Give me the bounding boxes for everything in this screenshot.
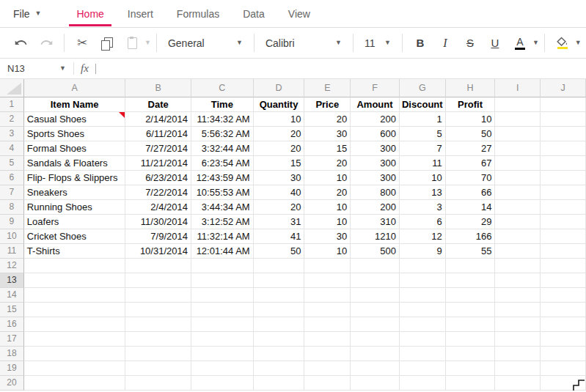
cell-A19[interactable]	[24, 361, 125, 376]
cell-F11[interactable]: 500	[351, 244, 400, 259]
menu-file[interactable]: File ▼	[13, 0, 48, 27]
cell-F9[interactable]: 310	[351, 215, 400, 229]
cell-J4[interactable]	[541, 141, 586, 156]
cell-C15[interactable]	[191, 303, 254, 317]
cell-A3[interactable]: Sports Shoes	[24, 127, 125, 141]
cell-D8[interactable]: 20	[254, 200, 305, 215]
cell-F7[interactable]: 800	[351, 185, 400, 200]
cell-A15[interactable]	[24, 303, 125, 317]
cell-D10[interactable]: 41	[254, 229, 305, 244]
cell-A5[interactable]: Sandals & Floaters	[24, 156, 125, 171]
underline-button[interactable]: U	[485, 32, 505, 54]
cell-E2[interactable]: 20	[304, 112, 351, 127]
cell-H5[interactable]: 67	[446, 156, 496, 171]
redo-button[interactable]	[35, 32, 57, 54]
row-header-17[interactable]: 17	[0, 332, 24, 347]
font-family-dropdown[interactable]: Calibri ▼	[260, 32, 348, 54]
cell-D19[interactable]	[254, 361, 305, 376]
cell-G17[interactable]	[400, 332, 446, 347]
tab-formulas[interactable]: Formulas	[165, 0, 231, 27]
cell-D12[interactable]	[254, 259, 305, 273]
cell-I11[interactable]	[495, 244, 541, 259]
name-box[interactable]: N13 ▼	[0, 63, 73, 74]
cell-E20[interactable]	[304, 376, 351, 391]
cell-I16[interactable]	[495, 317, 541, 332]
cell-B6[interactable]: 6/23/2014	[125, 171, 191, 185]
font-size-dropdown[interactable]: 11 ▼	[359, 32, 397, 54]
cell-A2[interactable]: Casual Shoes	[24, 112, 125, 127]
cell-G14[interactable]	[400, 288, 446, 303]
cell-C13[interactable]	[191, 273, 254, 288]
cell-F5[interactable]: 300	[351, 156, 400, 171]
select-all-corner[interactable]	[0, 79, 24, 97]
cell-D4[interactable]: 20	[254, 141, 305, 156]
cell-F8[interactable]: 200	[351, 200, 400, 215]
cell-J9[interactable]	[541, 215, 586, 229]
cell-F3[interactable]: 600	[351, 127, 400, 141]
cell-A10[interactable]: Cricket Shoes	[24, 229, 125, 244]
tab-data[interactable]: Data	[231, 0, 276, 27]
cell-F2[interactable]: 200	[351, 112, 400, 127]
cell-F13[interactable]	[351, 273, 400, 288]
cell-A16[interactable]	[24, 317, 125, 332]
cell-A8[interactable]: Running Shoes	[24, 200, 125, 215]
cell-H2[interactable]: 10	[446, 112, 496, 127]
row-header-14[interactable]: 14	[0, 288, 24, 303]
cell-E16[interactable]	[304, 317, 351, 332]
cell-J1[interactable]	[541, 97, 586, 112]
cell-B16[interactable]	[125, 317, 191, 332]
cell-C1[interactable]: Time	[191, 97, 254, 112]
row-header-13[interactable]: 13	[0, 273, 24, 288]
row-header-1[interactable]: 1	[0, 97, 24, 112]
cell-J8[interactable]	[541, 200, 586, 215]
cell-A1[interactable]: Item Name	[24, 97, 125, 112]
cell-I3[interactable]	[495, 127, 541, 141]
cell-B11[interactable]: 10/31/2014	[125, 244, 191, 259]
cell-G1[interactable]: Discount	[400, 97, 446, 112]
cell-C7[interactable]: 10:55:53 AM	[191, 185, 254, 200]
cell-H14[interactable]	[446, 288, 496, 303]
cell-H17[interactable]	[446, 332, 496, 347]
cell-F16[interactable]	[351, 317, 400, 332]
cell-G15[interactable]	[400, 303, 446, 317]
row-header-7[interactable]: 7	[0, 185, 24, 200]
cell-G20[interactable]	[400, 376, 446, 391]
cell-G13[interactable]	[400, 273, 446, 288]
cell-C4[interactable]: 3:32:44 AM	[191, 141, 254, 156]
cell-I18[interactable]	[495, 347, 541, 361]
row-header-8[interactable]: 8	[0, 200, 24, 215]
cell-D16[interactable]	[254, 317, 305, 332]
cell-D9[interactable]: 31	[254, 215, 305, 229]
column-header-G[interactable]: G	[400, 79, 446, 97]
cell-A11[interactable]: T-Shirts	[24, 244, 125, 259]
cell-I6[interactable]	[495, 171, 541, 185]
cell-H4[interactable]: 27	[446, 141, 496, 156]
column-header-D[interactable]: D	[254, 79, 305, 97]
cell-H11[interactable]: 55	[446, 244, 496, 259]
column-header-F[interactable]: F	[351, 79, 400, 97]
cell-B5[interactable]: 11/21/2014	[125, 156, 191, 171]
cell-A4[interactable]: Formal Shoes	[24, 141, 125, 156]
cell-H19[interactable]	[446, 361, 496, 376]
cell-G2[interactable]: 1	[400, 112, 446, 127]
tab-home[interactable]: Home	[65, 0, 115, 27]
cell-E17[interactable]	[304, 332, 351, 347]
column-header-B[interactable]: B	[125, 79, 191, 97]
cell-B15[interactable]	[125, 303, 191, 317]
cell-F10[interactable]: 1210	[351, 229, 400, 244]
cell-H7[interactable]: 66	[446, 185, 496, 200]
cell-I19[interactable]	[495, 361, 541, 376]
cell-F18[interactable]	[351, 347, 400, 361]
cell-G8[interactable]: 3	[400, 200, 446, 215]
cell-C16[interactable]	[191, 317, 254, 332]
row-header-19[interactable]: 19	[0, 361, 24, 376]
cell-D1[interactable]: Quantity	[254, 97, 305, 112]
cell-E7[interactable]: 20	[304, 185, 351, 200]
cell-C17[interactable]	[191, 332, 254, 347]
cell-F17[interactable]	[351, 332, 400, 347]
cell-D15[interactable]	[254, 303, 305, 317]
cell-C11[interactable]: 12:01:44 AM	[191, 244, 254, 259]
cell-J5[interactable]	[541, 156, 586, 171]
cell-B9[interactable]: 11/30/2014	[125, 215, 191, 229]
cell-E11[interactable]: 10	[304, 244, 351, 259]
